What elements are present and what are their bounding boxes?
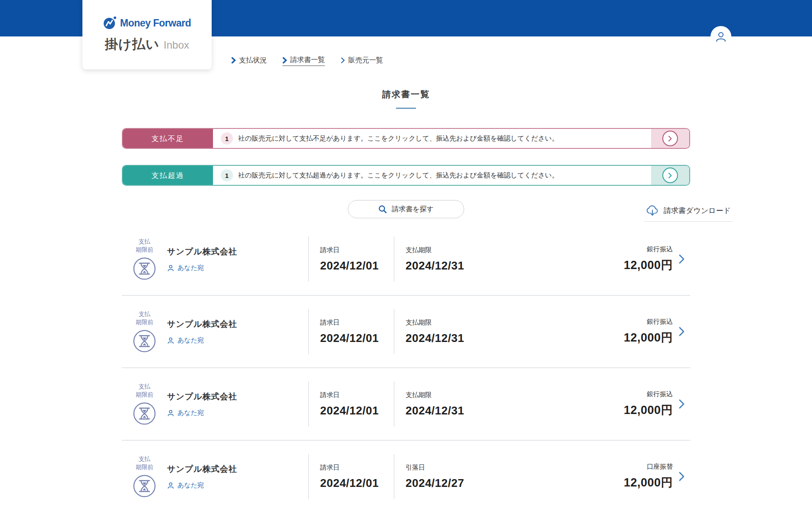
chevron-right-circle-button[interactable] [662, 168, 678, 183]
breadcrumb-label: 請求書一覧 [290, 56, 325, 65]
hourglass-icon [133, 474, 156, 498]
alert-banner[interactable]: 支払不足 1 社の販売元に対して支払不足があります。ここをクリックして、振込先お… [122, 128, 690, 149]
invoice-date-column: 請求日 2024/12/01 [309, 463, 394, 490]
search-icon [378, 205, 387, 214]
status-line1: 支払 [136, 455, 154, 463]
due-date-value: 2024/12/31 [406, 332, 490, 345]
amount-value: 12,000円 [624, 475, 673, 490]
search-button-label: 請求書を探す [392, 205, 434, 214]
invoice-date-value: 2024/12/01 [320, 476, 394, 490]
title-underline [396, 108, 416, 109]
alert-action-area [651, 166, 689, 185]
status-line2: 期限前 [136, 319, 154, 326]
due-date-value: 2024/12/27 [406, 476, 490, 490]
payment-status-badge: 支払 期限前 [122, 383, 167, 425]
payment-status-badge: 支払 期限前 [122, 310, 167, 352]
chevron-right-icon [231, 57, 236, 64]
due-date-label: 支払期限 [406, 319, 490, 327]
invoice-date-column: 請求日 2024/12/01 [309, 319, 394, 345]
money-forward-logo-icon [103, 16, 116, 30]
payment-method-label: 銀行振込 [647, 390, 673, 398]
user-icon [715, 30, 727, 43]
alert-action-area [651, 129, 689, 148]
alert-tag: 支払不足 [123, 129, 213, 148]
recipient-label: あなた宛 [177, 264, 204, 272]
amount-value: 12,000円 [624, 257, 673, 273]
invoice-date-label: 請求日 [320, 463, 394, 472]
breadcrumb-label: 販売元一覧 [348, 56, 383, 65]
due-date-label: 支払期限 [406, 246, 490, 254]
alert-body: 1 社の販売元に対して支払超過があります。ここをクリックして、振込先および金額を… [213, 166, 651, 185]
company-info: サンプル株式会社 あなた宛 [167, 319, 308, 345]
company-info: サンプル株式会社 あなた宛 [167, 391, 308, 417]
breadcrumb-label: 支払状況 [239, 56, 267, 65]
invoice-row[interactable]: 支払 期限前 [122, 368, 690, 440]
breadcrumb-item[interactable]: 支払状況 [231, 56, 267, 66]
recipient-label: あなた宛 [177, 481, 204, 490]
invoice-row[interactable]: 支払 期限前 [122, 223, 690, 296]
invoice-row[interactable]: 支払 期限前 [122, 296, 690, 368]
amount-value: 12,000円 [624, 402, 673, 418]
alert-banners: 支払不足 1 社の販売元に対して支払不足があります。ここをクリックして、振込先お… [122, 128, 690, 186]
due-date-column: 支払期限 2024/12/31 [394, 319, 490, 345]
invoice-row[interactable]: 支払 期限前 [122, 440, 690, 506]
due-date-column: 支払期限 2024/12/31 [394, 246, 490, 273]
chevron-right-icon[interactable] [673, 399, 690, 409]
due-date-column: 引落日 2024/12/27 [394, 463, 490, 490]
alert-banner[interactable]: 支払超過 1 社の販売元に対して支払超過があります。ここをクリックして、振込先お… [122, 165, 690, 186]
recipient: あなた宛 [167, 409, 308, 417]
status-line1: 支払 [136, 238, 154, 246]
search-invoice-button[interactable]: 請求書を探す [348, 200, 464, 218]
cloud-download-icon [646, 204, 659, 217]
chevron-right-icon[interactable] [673, 471, 690, 482]
payment-method-label: 銀行振込 [647, 318, 673, 326]
chevron-right-icon[interactable] [673, 326, 690, 337]
payment-status-badge: 支払 期限前 [122, 238, 167, 280]
brand-logo-text: Money Forward [120, 17, 191, 29]
hourglass-icon [133, 257, 156, 280]
alert-message: 社の販売元に対して支払超過があります。ここをクリックして、振込先および金額を確認… [238, 171, 559, 180]
amount-column: 口座振替 12,000円 [624, 463, 673, 490]
breadcrumb-item[interactable]: 販売元一覧 [341, 56, 383, 66]
company-info: サンプル株式会社 あなた宛 [167, 463, 308, 490]
hourglass-icon [133, 402, 156, 425]
alert-body: 1 社の販売元に対して支払不足があります。ここをクリックして、振込先および金額を… [213, 129, 651, 148]
invoice-download-link[interactable]: 請求書ダウンロード [644, 200, 733, 222]
alert-count-badge: 1 [221, 169, 233, 181]
invoice-date-label: 請求日 [320, 246, 394, 254]
invoice-date-label: 請求日 [320, 391, 394, 399]
payment-method-label: 口座振替 [647, 463, 673, 471]
person-icon [167, 409, 174, 417]
alert-tag: 支払超過 [123, 166, 213, 185]
chevron-right-circle-button[interactable] [662, 131, 678, 146]
invoice-date-column: 請求日 2024/12/01 [309, 391, 394, 417]
recipient: あなた宛 [167, 336, 308, 345]
chevron-right-icon [341, 57, 345, 64]
status-line2: 期限前 [136, 463, 154, 471]
company-name: サンプル株式会社 [167, 463, 308, 475]
alert-count-badge: 1 [221, 132, 233, 145]
status-line2: 期限前 [136, 391, 154, 399]
chevron-right-icon[interactable] [673, 254, 690, 264]
company-name: サンプル株式会社 [167, 391, 308, 402]
invoice-date-label: 請求日 [320, 319, 394, 327]
status-line2: 期限前 [136, 246, 154, 254]
person-icon [167, 337, 174, 344]
invoice-date-value: 2024/12/01 [320, 259, 394, 273]
company-info: サンプル株式会社 あなた宛 [167, 246, 308, 272]
product-suffix: Inbox [164, 39, 189, 51]
brand-logo-card[interactable]: Money Forward 掛け払い Inbox [82, 0, 212, 69]
person-icon [167, 482, 174, 489]
chevron-right-icon [282, 57, 287, 64]
company-name: サンプル株式会社 [167, 319, 308, 330]
invoice-list: 支払 期限前 [122, 223, 690, 506]
breadcrumb-item[interactable]: 請求書一覧 [282, 56, 325, 66]
recipient-label: あなた宛 [177, 409, 204, 417]
due-date-value: 2024/12/31 [406, 259, 490, 273]
user-avatar-button[interactable] [710, 26, 731, 47]
status-line1: 支払 [136, 310, 154, 318]
toolbar: 請求書を探す 請求書ダウンロード [122, 200, 690, 223]
company-name: サンプル株式会社 [167, 246, 308, 257]
alert-message: 社の販売元に対して支払不足があります。ここをクリックして、振込先および金額を確認… [238, 134, 559, 143]
invoice-date-value: 2024/12/01 [320, 404, 394, 417]
